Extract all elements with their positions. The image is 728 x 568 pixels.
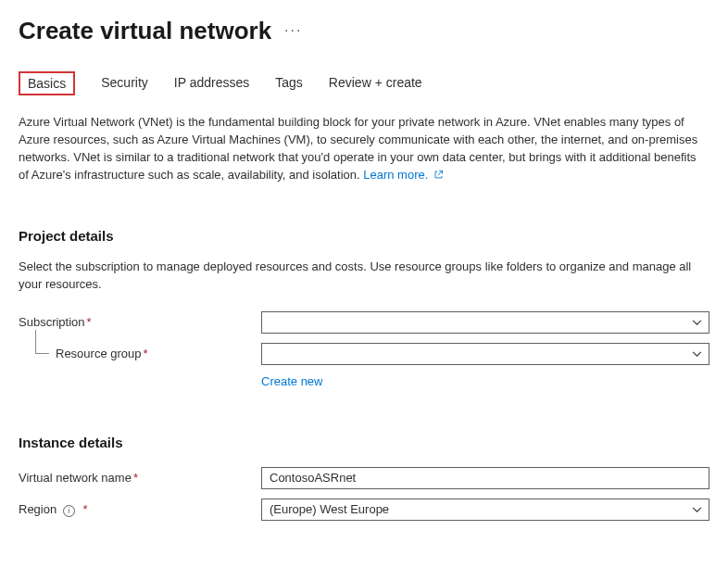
project-details-heading: Project details (19, 228, 709, 244)
required-indicator: * (82, 502, 87, 516)
intro-paragraph: Azure Virtual Network (VNet) is the fund… (19, 114, 709, 183)
tab-basics[interactable]: Basics (19, 71, 75, 95)
instance-details-heading: Instance details (19, 435, 709, 450)
vnet-name-label: Virtual network name* (19, 471, 261, 485)
tab-bar: Basics Security IP addresses Tags Review… (19, 71, 709, 95)
required-indicator: * (87, 315, 92, 329)
required-indicator: * (133, 471, 138, 485)
tab-review-create[interactable]: Review + create (329, 71, 422, 95)
subscription-label: Subscription* (19, 315, 261, 329)
required-indicator: * (144, 347, 148, 360)
resource-group-label: Resource group* (19, 347, 261, 360)
region-label: Region i * (19, 502, 261, 517)
more-actions-icon[interactable]: ··· (284, 22, 302, 41)
region-select[interactable]: (Europe) West Europe (261, 499, 709, 521)
subscription-select[interactable] (261, 311, 709, 334)
tab-tags[interactable]: Tags (275, 71, 303, 95)
intro-text: Azure Virtual Network (VNet) is the fund… (19, 115, 697, 182)
page-title: Create virtual network (19, 17, 271, 45)
learn-more-link[interactable]: Learn more. (363, 168, 443, 182)
project-details-desc: Select the subscription to manage deploy… (19, 259, 709, 292)
info-icon[interactable]: i (63, 505, 75, 517)
vnet-name-input[interactable] (261, 467, 709, 489)
tab-ip-addresses[interactable]: IP addresses (174, 71, 249, 95)
create-new-resource-group-link[interactable]: Create new (261, 374, 322, 388)
external-link-icon (430, 169, 443, 182)
resource-group-select[interactable] (261, 343, 709, 365)
tab-security[interactable]: Security (101, 71, 148, 95)
